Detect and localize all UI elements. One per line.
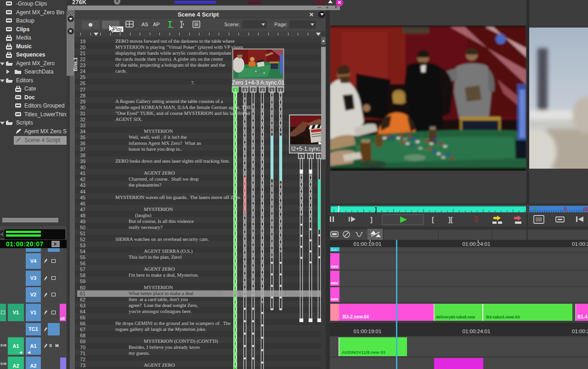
svg-text:B1-4: B1-4 <box>577 314 588 319</box>
svg-text:2: 2 <box>252 88 254 92</box>
svg-text:]: ] <box>370 216 373 223</box>
svg-text:nev: nev <box>331 264 339 269</box>
svg-text:01:00:19:01: 01:00:19:01 <box>354 241 382 247</box>
svg-text:][: ][ <box>448 216 453 223</box>
svg-text:1: 1 <box>271 88 273 92</box>
svg-text:3: 3 <box>243 88 246 92</box>
svg-text:2.n: 2.n <box>331 248 336 252</box>
svg-text:0: 0 <box>534 206 537 212</box>
svg-text:01:00:24:01: 01:00:24:01 <box>463 241 491 247</box>
svg-text:1: 1 <box>318 154 320 159</box>
svg-text:B3-2.new.04: B3-2.new.04 <box>343 314 369 319</box>
svg-text:nev: nev <box>331 280 339 285</box>
svg-text:Zero 1+4-3 A.sync.01: Zero 1+4-3 A.sync.01 <box>232 79 285 86</box>
svg-text:[: [ <box>432 216 434 223</box>
svg-text:1: 1 <box>309 154 311 159</box>
svg-text:AVIDNOV11/8.new 03: AVIDNOV11/8.new 03 <box>342 350 385 355</box>
svg-text:01:00:24:01: 01:00:24:01 <box>463 329 491 334</box>
svg-text:01:00:19:01: 01:00:19:01 <box>354 329 382 334</box>
svg-text:2: 2 <box>261 88 263 92</box>
svg-text:]: ] <box>375 206 377 213</box>
svg-text:1: 1 <box>279 88 282 92</box>
svg-text:00: 00 <box>583 206 588 212</box>
svg-text:01:00:2: 01:00:2 <box>572 241 588 247</box>
svg-text:1: 1 <box>300 154 302 159</box>
svg-text:I2+5-1.sync.0: I2+5-1.sync.0 <box>291 146 325 152</box>
svg-text:3: 3 <box>234 88 236 92</box>
svg-text:01:00:2: 01:00:2 <box>572 329 588 334</box>
svg-text:nev: nev <box>331 296 339 301</box>
svg-text:delivery60-take8.new: delivery60-take8.new <box>436 315 475 319</box>
svg-text:B3-take3.new.03: B3-take3.new.03 <box>486 314 520 319</box>
svg-text:0: 0 <box>564 206 567 212</box>
